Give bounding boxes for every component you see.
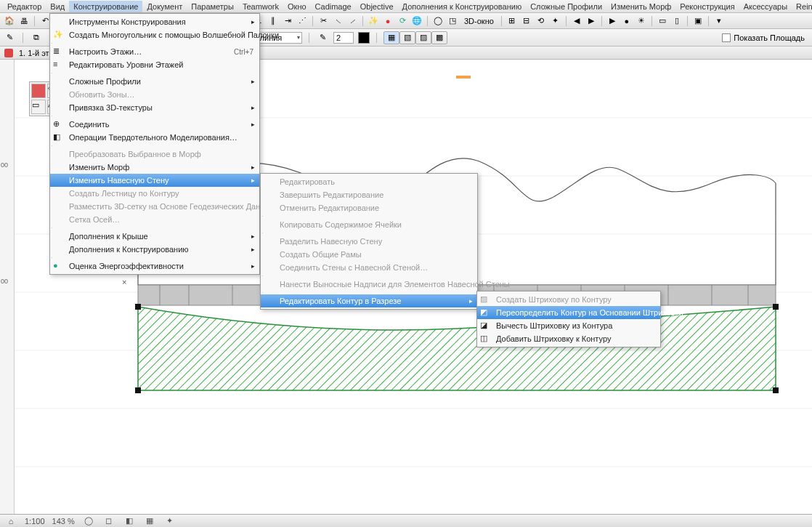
checkbox-icon[interactable] <box>722 33 731 42</box>
mi-complex-profiles[interactable]: Сложные Профили <box>50 75 259 88</box>
svg-rect-28 <box>773 387 779 393</box>
arrow-l-icon[interactable]: ◀ <box>570 15 583 27</box>
nav-d-icon[interactable]: ✦ <box>549 15 562 27</box>
mi-magic-polygon[interactable]: ✨Создать Многоугольник с помощью Волшебн… <box>50 28 259 41</box>
show-area[interactable]: Показать Площадь <box>722 33 805 42</box>
mi-energy[interactable]: ●Оценка Энергоэффективности <box>50 260 259 273</box>
sb-a-icon[interactable]: ◯ <box>82 515 95 527</box>
sb-zoom[interactable]: 143 % <box>52 517 75 526</box>
svg-text:×: × <box>122 278 126 286</box>
mi-roof-extras[interactable]: Дополнения к Крыше <box>50 230 259 243</box>
sb-nav-icon[interactable]: ⌂ <box>4 515 17 527</box>
sun-icon[interactable]: ☀ <box>635 15 648 27</box>
svg-rect-25 <box>135 304 141 310</box>
menu-file[interactable]: Редактор <box>3 1 46 12</box>
ruler-vertical: 00 00 <box>0 60 15 514</box>
home-icon[interactable]: 🏠 <box>3 15 16 27</box>
mi-edit-story-levels[interactable]: ≡Редактировать Уровни Этажей <box>50 58 259 71</box>
color-swatch[interactable] <box>358 32 370 44</box>
tab-close-icon[interactable] <box>4 49 13 57</box>
construction-method: ▦ ▧ ▨ ▩ <box>383 31 447 44</box>
opt-tool-icon[interactable]: ✎ <box>3 32 16 44</box>
menu-accessories[interactable]: Аксессуары <box>739 1 792 12</box>
svg-rect-26 <box>773 304 779 310</box>
mi-story-settings[interactable]: ≣Настроить Этажи…Ctrl+7 <box>50 45 259 58</box>
nav-a-icon[interactable]: ⊞ <box>506 15 519 27</box>
menu-design-extras[interactable]: Дополнения к Конструированию <box>398 1 527 12</box>
solid-icon: ◧ <box>53 132 63 142</box>
sb-c-icon[interactable]: ◧ <box>123 515 136 527</box>
bisect-icon[interactable]: ⋰ <box>296 15 309 27</box>
cm-redefine-contour[interactable]: ◩Переопределить Контур на Основании Штри… <box>477 306 660 319</box>
cube-icon[interactable]: ▣ <box>691 15 705 27</box>
rec-icon[interactable]: ● <box>620 15 633 27</box>
palette-3[interactable]: ▭ <box>31 100 46 114</box>
sm-finish-edit: Завершить Редактирование <box>261 188 477 201</box>
trim-icon[interactable]: ⟍ <box>331 15 344 27</box>
3d-icon[interactable]: ◳ <box>446 15 459 27</box>
panel-a-icon[interactable]: ▭ <box>656 15 669 27</box>
mi-connect[interactable]: ⊕Соединить <box>50 118 259 131</box>
pen-icon[interactable]: ✎ <box>316 32 329 44</box>
wand-icon[interactable]: ✨ <box>367 15 380 27</box>
circle-icon[interactable]: ◯ <box>431 15 444 27</box>
arrow-r-icon[interactable]: ▶ <box>585 15 598 27</box>
refresh-icon[interactable]: ⟳ <box>396 15 409 27</box>
palette-1[interactable] <box>31 84 46 98</box>
menu-cadimage[interactable]: Cadimage <box>311 1 356 12</box>
cm-add-hatch[interactable]: ◫Добавить Штриховку к Контуру <box>477 332 660 345</box>
cm-1-icon[interactable]: ▦ <box>383 31 399 44</box>
panel-b-icon[interactable]: ▯ <box>670 15 683 27</box>
add-icon: ◫ <box>480 334 490 344</box>
cm-3-icon[interactable]: ▨ <box>415 31 431 44</box>
menu-teamwork[interactable]: Teamwork <box>238 1 283 12</box>
sm-create-frames: Создать Общие Рамы <box>261 248 477 261</box>
sm-copy-cell: Копировать Содержимое Ячейки <box>261 218 477 231</box>
sm-place-labels: Нанести Выносные Надписи для Элементов Н… <box>261 278 477 291</box>
mi-modify-morph[interactable]: Изменить Морф <box>50 161 259 174</box>
cm-subtract-hatch[interactable]: ◪Вычесть Штриховку из Контура <box>477 319 660 332</box>
menu-reinforcement[interactable]: Reinforcement <box>792 1 812 12</box>
mi-3d-texture[interactable]: Привязка 3D-текстуры <box>50 101 259 114</box>
parallel-icon[interactable]: ∥ <box>267 15 280 27</box>
menu-options[interactable]: Параметры <box>187 1 238 12</box>
menu-renovation[interactable]: Реконструкция <box>675 1 739 12</box>
nav-b-icon[interactable]: ⊟ <box>520 15 533 27</box>
sb-b-icon[interactable]: ◻ <box>102 515 115 527</box>
extend-icon[interactable]: ⟋ <box>346 15 359 27</box>
show-area-label: Показать Площадь <box>734 33 805 42</box>
mi-solid-ops[interactable]: ◧Операции Твердотельного Моделирования… <box>50 131 259 144</box>
levels-icon: ≡ <box>53 60 63 70</box>
cm-4-icon[interactable]: ▩ <box>431 31 447 44</box>
print-icon[interactable]: 🖶 <box>17 15 31 27</box>
opt-layer-icon[interactable]: ⧉ <box>30 32 43 44</box>
settings-icon[interactable]: ▾ <box>712 15 726 27</box>
mi-update-zones: Обновить Зоны… <box>50 88 259 101</box>
sm-cancel-edit: Отменить Редактирование <box>261 201 477 214</box>
menu-design[interactable]: Конструирование <box>69 1 142 12</box>
drop-icon[interactable]: ● <box>381 15 394 27</box>
nav-c-icon[interactable]: ⟲ <box>535 15 548 27</box>
offset-icon[interactable]: ⇥ <box>281 15 294 27</box>
menu-document[interactable]: Документ <box>142 1 187 12</box>
sm-split-cw: Разделить Навесную Стену <box>261 235 477 248</box>
menu-modify-morph[interactable]: Изменить Морф <box>606 1 675 12</box>
mi-design-extras[interactable]: Дополнения к Конструированию <box>50 243 259 256</box>
num3-input[interactable] <box>333 32 354 44</box>
menu-window[interactable]: Окно <box>283 1 311 12</box>
mi-modify-curtain-wall[interactable]: Изменить Навесную Стену <box>50 174 259 187</box>
globe-icon[interactable]: 🌐 <box>410 15 423 27</box>
menu-view[interactable]: Вид <box>46 1 69 12</box>
3d-label[interactable]: 3D-окно <box>460 15 498 27</box>
cut-icon[interactable]: ✂ <box>317 15 330 27</box>
menu-objective[interactable]: Objective <box>356 1 398 12</box>
mi-tools[interactable]: Инструменты Конструирования <box>50 15 259 28</box>
cm-2-icon[interactable]: ▧ <box>399 31 415 44</box>
menu-complex-profiles[interactable]: Сложные Профили <box>526 1 606 12</box>
sb-d-icon[interactable]: ▦ <box>143 515 156 527</box>
sb-e-icon[interactable]: ✦ <box>163 515 176 527</box>
sb-scale[interactable]: 1:100 <box>25 517 45 526</box>
play-icon[interactable]: ▶ <box>606 15 619 27</box>
submenu-contour: ▨Создать Штриховку по Контуру ◩Переопред… <box>476 291 661 347</box>
sm-edit-contour-section[interactable]: Редактировать Контур в Разрезе <box>261 294 477 307</box>
